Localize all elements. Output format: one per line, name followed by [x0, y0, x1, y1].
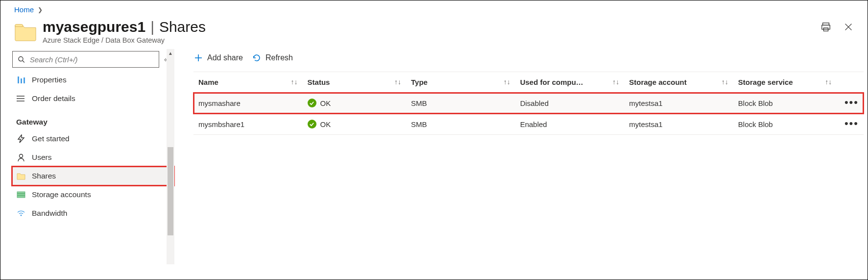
lightning-icon — [16, 134, 26, 144]
list-icon — [16, 94, 26, 103]
svg-point-15 — [17, 101, 18, 102]
cell-status: OK — [303, 114, 406, 135]
section-name: Shares — [159, 19, 206, 35]
row-more-icon[interactable]: ••• — [844, 117, 859, 129]
status-ok-icon — [308, 99, 316, 107]
scroll-up-icon[interactable]: ▲ — [167, 49, 174, 58]
sidebar-item-label: Order details — [32, 94, 75, 103]
sort-icon: ↑↓ — [722, 78, 728, 86]
svg-rect-9 — [24, 77, 25, 83]
sidebar-item-properties[interactable]: Properties — [12, 71, 174, 89]
sidebar-scrollbar[interactable]: ▲ — [167, 49, 174, 264]
refresh-icon — [252, 53, 262, 63]
toolbar-label: Add share — [207, 53, 243, 62]
col-storage-account[interactable]: Storage account↑↓ — [624, 72, 733, 93]
col-storage-service[interactable]: Storage service↑↓ — [733, 72, 837, 93]
sidebar-item-label: Get started — [32, 134, 70, 143]
table-row[interactable]: mysmashare OK SMB Disabled mytestsa1 — [193, 93, 864, 114]
cell-storage-account: mytestsa1 — [624, 93, 733, 114]
svg-point-5 — [19, 56, 23, 61]
svg-rect-0 — [823, 23, 829, 25]
cell-used-compute: Disabled — [515, 93, 625, 114]
add-share-button[interactable]: Add share — [193, 53, 243, 63]
title-divider: | — [150, 19, 154, 35]
cell-name: mysmashare — [193, 93, 303, 114]
sidebar-item-users[interactable]: Users — [12, 148, 174, 167]
content-area: Add share Refresh Name↑↓ Status↑↓ Type↑↓… — [174, 49, 868, 264]
cell-status: OK — [303, 93, 406, 114]
close-icon[interactable] — [843, 22, 854, 32]
sidebar-item-label: Storage accounts — [32, 190, 91, 199]
wifi-icon — [16, 208, 26, 218]
toolbar-label: Refresh — [265, 53, 293, 62]
sidebar-item-storage-accounts[interactable]: Storage accounts — [12, 185, 174, 204]
shares-table: Name↑↓ Status↑↓ Type↑↓ Used for compu…↑↓… — [193, 72, 864, 135]
search-icon — [18, 55, 25, 63]
breadcrumb: Home ❯ — [0, 0, 868, 17]
scrollbar-thumb[interactable] — [168, 147, 173, 235]
cell-storage-service: Block Blob — [733, 114, 837, 135]
search-input[interactable] — [29, 55, 154, 64]
svg-point-17 — [20, 154, 23, 158]
svg-rect-7 — [18, 76, 19, 83]
properties-icon — [16, 75, 26, 85]
cell-type: SMB — [406, 114, 515, 135]
cell-storage-service: Block Blob — [733, 93, 837, 114]
page-title: myasegpures1 | Shares — [43, 19, 854, 35]
sort-icon: ↑↓ — [612, 78, 619, 86]
col-status[interactable]: Status↑↓ — [303, 72, 406, 93]
row-more-icon[interactable]: ••• — [844, 96, 859, 108]
sidebar: « Properties Order details Gateway Ge — [0, 49, 174, 264]
svg-point-14 — [17, 98, 18, 99]
col-type[interactable]: Type↑↓ — [406, 72, 515, 93]
resource-name: myasegpures1 — [43, 19, 145, 35]
breadcrumb-home[interactable]: Home — [14, 5, 34, 14]
sidebar-item-label: Shares — [32, 172, 56, 180]
folder-small-icon — [16, 171, 26, 181]
svg-line-6 — [23, 61, 24, 63]
cell-used-compute: Enabled — [515, 114, 625, 135]
sidebar-item-bandwidth[interactable]: Bandwidth — [12, 204, 174, 223]
sidebar-search[interactable] — [12, 51, 159, 68]
status-ok-icon — [308, 120, 316, 128]
svg-rect-1 — [822, 25, 830, 29]
sidebar-item-label: Users — [32, 153, 51, 162]
svg-point-13 — [17, 96, 18, 97]
svg-rect-18 — [17, 192, 25, 198]
toolbar: Add share Refresh — [193, 51, 864, 72]
resource-type-subtitle: Azure Stack Edge / Data Box Gateway — [43, 36, 854, 44]
svg-rect-8 — [21, 78, 22, 83]
sidebar-item-label: Bandwidth — [32, 209, 67, 218]
folder-icon — [14, 21, 37, 42]
print-icon[interactable] — [820, 22, 831, 32]
table-row[interactable]: mysmbshare1 OK SMB Enabled mytestsa1 — [193, 114, 864, 135]
sidebar-section-gateway: Gateway — [12, 108, 174, 129]
storage-icon — [16, 190, 26, 200]
sort-icon: ↑↓ — [291, 78, 298, 86]
sidebar-item-shares[interactable]: Shares — [12, 167, 174, 185]
sort-icon: ↑↓ — [825, 78, 832, 86]
cell-name: mysmbshare1 — [193, 114, 303, 135]
col-name[interactable]: Name↑↓ — [193, 72, 303, 93]
cell-storage-account: mytestsa1 — [624, 114, 733, 135]
user-icon — [16, 153, 26, 162]
svg-marker-16 — [18, 135, 24, 143]
sidebar-item-order-details[interactable]: Order details — [12, 89, 174, 108]
svg-point-21 — [21, 215, 22, 216]
sidebar-item-label: Properties — [32, 76, 67, 84]
sidebar-item-get-started[interactable]: Get started — [12, 129, 174, 148]
chevron-right-icon: ❯ — [38, 6, 43, 13]
refresh-button[interactable]: Refresh — [252, 53, 293, 63]
col-used-compute[interactable]: Used for compu…↑↓ — [515, 72, 625, 93]
page-header: myasegpures1 | Shares Azure Stack Edge /… — [0, 17, 868, 49]
cell-type: SMB — [406, 93, 515, 114]
sort-icon: ↑↓ — [394, 78, 401, 86]
sort-icon: ↑↓ — [504, 78, 510, 86]
plus-icon — [193, 53, 203, 63]
